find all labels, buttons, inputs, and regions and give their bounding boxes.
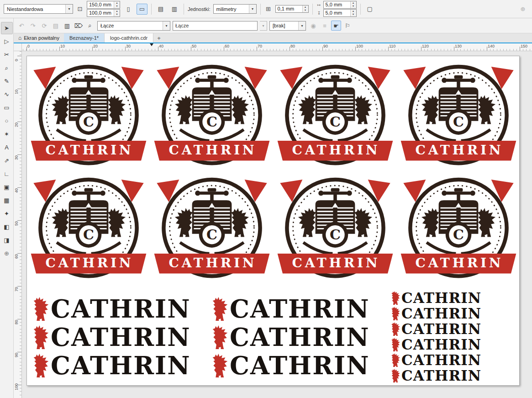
link-input[interactable]: [173, 21, 258, 31]
tab-welcome[interactable]: ⌂ Ekran powitalny: [14, 33, 64, 42]
ruler-origin-corner[interactable]: [14, 43, 22, 51]
shape-tool[interactable]: ▷: [1, 35, 13, 48]
freehand-tool-icon: ✎: [4, 78, 9, 85]
spin-down-icon[interactable]: ▾: [303, 9, 308, 12]
repeat-icon[interactable]: ⟳: [39, 21, 49, 31]
cathrin-wordmark[interactable]: CATHRIN: [391, 352, 502, 368]
cathrin-wordmark[interactable]: CATHRIN: [33, 295, 206, 323]
link-dropdown-button[interactable]: ▾: [260, 21, 267, 31]
ruler-label: 50: [14, 221, 19, 226]
pan-tool-icon[interactable]: ☛: [331, 21, 341, 31]
eyedropper-tool[interactable]: ✦: [1, 207, 13, 220]
cathrin-wordmark[interactable]: CATHRIN: [212, 323, 385, 351]
spin-up-icon[interactable]: ▴: [114, 1, 120, 5]
cathrin-badge[interactable]: C CATHRIN: [275, 172, 395, 285]
more-tools[interactable]: ⊕: [1, 247, 13, 260]
ellipse-tool[interactable]: ○: [1, 115, 13, 127]
duplicate-y-field[interactable]: 5,0 mm ▴▾: [323, 9, 357, 17]
transparency-tool[interactable]: ▦: [1, 194, 13, 207]
drop-shadow-tool[interactable]: ▣: [1, 181, 13, 193]
chevron-down-icon[interactable]: ▾: [65, 5, 73, 13]
spin-up-icon[interactable]: ▴: [303, 5, 308, 9]
smart-fill-tool-icon: ◨: [4, 237, 9, 244]
badge-monogram: C: [330, 114, 341, 130]
canvas[interactable]: C CATHRIN C CATHRIN: [22, 51, 532, 398]
drawing-page[interactable]: C CATHRIN C CATHRIN: [26, 56, 520, 386]
cathrin-badge[interactable]: C CATHRIN: [275, 59, 395, 172]
spin-up-icon[interactable]: ▴: [114, 10, 120, 13]
freehand-tool[interactable]: ✎: [1, 75, 13, 87]
current-page-button[interactable]: ▥: [169, 4, 180, 15]
cathrin-badge[interactable]: C CATHRIN: [28, 59, 149, 172]
rectangle-tool[interactable]: ▭: [1, 101, 13, 114]
duplicate-icon[interactable]: ▥: [62, 21, 72, 31]
copy-icon[interactable]: ▤: [51, 21, 61, 31]
new-tab-button[interactable]: +: [153, 33, 164, 42]
crop-tool[interactable]: ✂: [1, 48, 13, 61]
page-height-field[interactable]: 100,0 mm ▴▾: [87, 9, 120, 17]
align-icon[interactable]: ≡: [320, 21, 330, 31]
connector-tool[interactable]: ∟: [1, 168, 13, 180]
cathrin-wordmark[interactable]: CATHRIN: [391, 368, 502, 383]
link-combo[interactable]: Łącze ▾: [97, 21, 170, 31]
portrait-button[interactable]: ▯: [123, 4, 134, 15]
chevron-down-icon[interactable]: ▾: [298, 21, 306, 30]
smart-fill-tool[interactable]: ◨: [1, 234, 13, 246]
delete-icon[interactable]: ⌦: [74, 21, 84, 31]
zoom-to-page-icon[interactable]: ⌕: [85, 21, 95, 31]
nudge-field[interactable]: 0,1 mm ▴▾: [275, 5, 309, 13]
cathrin-wordmark[interactable]: CATHRIN: [391, 337, 502, 352]
undo-icon[interactable]: ↶: [16, 21, 26, 31]
landscape-button[interactable]: ▭: [137, 4, 147, 15]
chevron-down-icon[interactable]: ▾: [163, 21, 170, 30]
cathrin-wordmark[interactable]: CATHRIN: [212, 351, 385, 380]
treat-as-filled-button[interactable]: ▢: [364, 4, 375, 15]
zoom-tool[interactable]: ⌕: [1, 62, 13, 74]
style-combo[interactable]: [brak] ▾: [269, 21, 306, 31]
launch-icon[interactable]: ⚐: [342, 21, 353, 31]
cathrin-wordmark[interactable]: CATHRIN: [212, 295, 385, 323]
chevron-down-icon[interactable]: ▾: [249, 5, 256, 13]
spinner-icon[interactable]: ▴▾: [114, 10, 120, 16]
page-dimensions-icon: ⊡: [76, 5, 84, 12]
spin-up-icon[interactable]: ▴: [351, 1, 356, 5]
pick-tool[interactable]: ➤: [1, 22, 13, 34]
spin-down-icon[interactable]: ▾: [351, 13, 356, 16]
cathrin-badge[interactable]: C CATHRIN: [152, 172, 272, 285]
cathrin-wordmark[interactable]: CATHRIN: [33, 323, 206, 351]
tab-logo-cathhrin[interactable]: logo-cathhrin.cdr: [105, 33, 153, 42]
ruler-label: 60: [225, 44, 229, 48]
weld-icon[interactable]: ◉: [308, 21, 318, 31]
quick-customize-button[interactable]: ⊕: [517, 4, 528, 15]
page-width-field[interactable]: 150,0 mm ▴▾: [87, 1, 120, 9]
redo-icon[interactable]: ↷: [28, 21, 38, 31]
spinner-icon[interactable]: ▴▾: [350, 1, 356, 8]
cathrin-wordmark[interactable]: CATHRIN: [391, 321, 502, 337]
polygon-tool[interactable]: ✶: [1, 128, 13, 140]
cathrin-wordmark[interactable]: CATHRIN: [391, 290, 502, 306]
vertical-ruler[interactable]: 0102030405060708090100: [14, 51, 22, 398]
dimension-tool[interactable]: ⇗: [1, 154, 13, 167]
cathrin-wordmark[interactable]: CATHRIN: [391, 306, 502, 321]
spinner-icon[interactable]: ▴▾: [114, 1, 120, 8]
units-combo[interactable]: milimetry ▾: [213, 4, 257, 14]
text-tool[interactable]: A: [1, 141, 13, 154]
spinner-icon[interactable]: ▴▾: [302, 5, 308, 12]
spin-down-icon[interactable]: ▾: [114, 5, 120, 8]
all-pages-button[interactable]: ▤: [155, 4, 166, 15]
cathrin-badge[interactable]: C CATHRIN: [152, 59, 272, 172]
cathrin-badge[interactable]: C CATHRIN: [398, 59, 519, 172]
horizontal-ruler[interactable]: 0102030405060708090100110120130140150: [22, 43, 532, 51]
cathrin-badge[interactable]: C CATHRIN: [28, 172, 149, 285]
page-size-preset-combo[interactable]: Niestandardowa ▾: [4, 4, 73, 14]
cathrin-badge[interactable]: C CATHRIN: [398, 172, 519, 285]
spin-down-icon[interactable]: ▾: [351, 5, 356, 8]
spin-up-icon[interactable]: ▴: [351, 10, 356, 13]
cathrin-wordmark[interactable]: CATHRIN: [33, 351, 206, 380]
interactive-fill-tool[interactable]: ◧: [1, 221, 13, 233]
artistic-media-tool[interactable]: ∿: [1, 88, 13, 101]
spinner-icon[interactable]: ▴▾: [350, 10, 356, 16]
spin-down-icon[interactable]: ▾: [114, 13, 120, 16]
duplicate-x-field[interactable]: 5,0 mm ▴▾: [323, 1, 357, 9]
tab-untitled-document[interactable]: Beznazwy-1*: [64, 33, 105, 42]
